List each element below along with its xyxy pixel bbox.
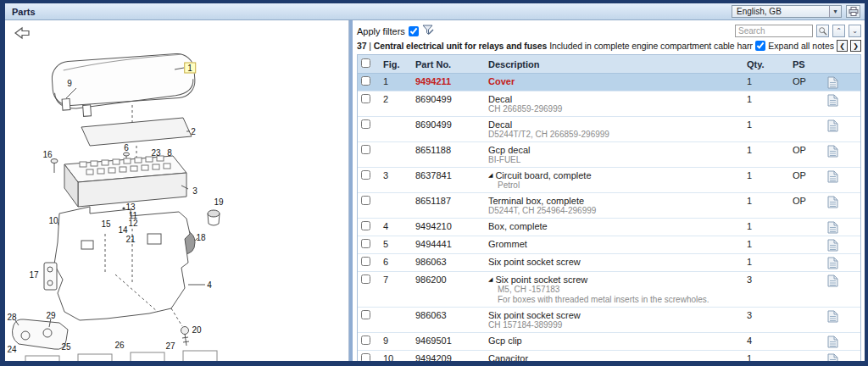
row-select-checkbox[interactable]	[361, 239, 370, 248]
table-row[interactable]: 8651188Gcp decalBI-FUEL1OP	[358, 142, 860, 168]
row-checkbox-cell[interactable]	[358, 333, 380, 351]
part-no-cell[interactable]: 986063	[412, 254, 485, 272]
search-next-button[interactable]: ⌄	[849, 25, 861, 37]
description-cell: Cover	[485, 74, 735, 92]
app-window: Parts English, GB ▾	[0, 0, 868, 366]
row-checkbox-cell[interactable]	[358, 254, 380, 272]
apply-filters-checkbox[interactable]	[409, 26, 419, 36]
part-no-cell[interactable]: 8690499	[412, 117, 485, 142]
row-select-checkbox[interactable]	[361, 353, 370, 361]
select-all-header[interactable]	[358, 55, 380, 74]
description-subtext: For boxes with threaded metal inserts in…	[488, 295, 732, 305]
part-no-cell[interactable]: 986200	[412, 272, 485, 308]
note-cell[interactable]	[821, 272, 860, 308]
row-select-checkbox[interactable]	[361, 119, 370, 129]
note-cell[interactable]	[821, 351, 860, 362]
prev-page-button[interactable]: ❮	[837, 40, 848, 52]
note-cell[interactable]	[821, 333, 860, 351]
qty-header: Qty.	[735, 55, 789, 74]
filter-icon[interactable]	[422, 25, 434, 37]
app-frame: Parts English, GB ▾	[5, 3, 865, 361]
row-checkbox-cell[interactable]	[358, 193, 380, 219]
note-cell[interactable]	[821, 168, 860, 193]
row-select-checkbox[interactable]	[361, 196, 370, 205]
note-cell[interactable]	[821, 219, 860, 236]
fig-cell: 10	[380, 351, 412, 362]
qty-cell: 1	[735, 168, 789, 193]
part-no-cell[interactable]: 986063	[412, 308, 485, 333]
search-input[interactable]	[735, 25, 813, 37]
row-select-checkbox[interactable]	[361, 257, 370, 266]
row-checkbox-cell[interactable]	[358, 92, 380, 117]
chevron-down-icon[interactable]: ▾	[829, 6, 841, 17]
fig-header: Fig.	[380, 55, 412, 74]
part-no-cell[interactable]: 8690499	[412, 92, 485, 117]
row-select-checkbox[interactable]	[361, 145, 370, 154]
note-icon	[827, 274, 838, 287]
qty-cell: 1	[735, 219, 789, 236]
note-icon	[827, 336, 838, 348]
content-area: 1921662383191311121514102118174282920242…	[5, 20, 865, 361]
part-no-cell[interactable]: 9494211	[412, 74, 485, 92]
table-row[interactable]: 8690499DecalD5244T/T2, CH 266859-2969991	[358, 117, 860, 142]
table-row[interactable]: 986063Six point socket screwCH 157184-38…	[358, 308, 860, 333]
row-select-checkbox[interactable]	[361, 76, 370, 86]
search-button[interactable]	[816, 25, 829, 37]
table-row[interactable]: 19494211Cover1OP	[358, 74, 860, 92]
note-cell[interactable]	[821, 308, 860, 333]
note-cell[interactable]	[821, 74, 860, 92]
row-checkbox-cell[interactable]	[358, 142, 380, 168]
table-row[interactable]: 99469501Gcp clip4	[358, 333, 860, 351]
expand-all-notes-checkbox[interactable]	[755, 41, 765, 51]
table-row[interactable]: 28690499DecalCH 266859-2969991	[358, 92, 860, 117]
language-select[interactable]: English, GB ▾	[732, 5, 842, 18]
part-no-cell[interactable]: 9469501	[412, 333, 485, 351]
table-row[interactable]: 49494210Box, complete1	[358, 219, 860, 236]
part-no-cell[interactable]: 9494441	[412, 236, 485, 254]
ps-cell: OP	[789, 168, 821, 193]
description-subtext: D5244T, CH 254964-296999	[488, 206, 732, 216]
row-checkbox-cell[interactable]	[358, 308, 380, 333]
note-icon	[827, 76, 838, 89]
note-icon	[827, 94, 838, 107]
table-row[interactable]: 7986200◢Six point socket screwM5, CH -15…	[358, 272, 860, 308]
table-row[interactable]: 59494441Grommet1	[358, 236, 860, 254]
row-checkbox-cell[interactable]	[358, 351, 380, 362]
select-all-checkbox[interactable]	[361, 58, 370, 68]
row-checkbox-cell[interactable]	[358, 236, 380, 254]
back-arrow-icon[interactable]	[14, 26, 31, 43]
part-no-cell[interactable]: 8637841	[412, 168, 485, 193]
part-no-header: Part No.	[412, 55, 485, 74]
row-checkbox-cell[interactable]	[358, 168, 380, 193]
note-cell[interactable]	[821, 254, 860, 272]
part-no-cell[interactable]: 9494209	[412, 351, 485, 362]
row-checkbox-cell[interactable]	[358, 219, 380, 236]
description-text: Decal	[488, 119, 732, 130]
note-cell[interactable]	[821, 142, 860, 168]
table-row[interactable]: 6986063Six point socket screw1	[358, 254, 860, 272]
note-cell[interactable]	[821, 193, 860, 219]
row-checkbox-cell[interactable]	[358, 74, 380, 92]
fig-cell: 4	[380, 219, 412, 236]
row-select-checkbox[interactable]	[361, 274, 370, 284]
row-select-checkbox[interactable]	[361, 94, 370, 103]
row-select-checkbox[interactable]	[361, 221, 370, 230]
note-cell[interactable]	[821, 236, 860, 254]
row-select-checkbox[interactable]	[361, 310, 370, 319]
row-checkbox-cell[interactable]	[358, 272, 380, 308]
table-row[interactable]: 109494209Capacitor1	[358, 351, 860, 362]
row-select-checkbox[interactable]	[361, 170, 370, 180]
next-page-button[interactable]: ❯	[850, 40, 861, 52]
note-cell[interactable]	[821, 117, 860, 142]
table-row[interactable]: 38637841◢Circuit board, completePetrol1O…	[358, 168, 860, 193]
ps-cell	[789, 117, 821, 142]
part-no-cell[interactable]: 8651188	[412, 142, 485, 168]
part-no-cell[interactable]: 9494210	[412, 219, 485, 236]
note-cell[interactable]	[821, 92, 860, 117]
row-checkbox-cell[interactable]	[358, 117, 380, 142]
row-select-checkbox[interactable]	[361, 336, 370, 345]
table-row[interactable]: 8651187Terminal box, completeD5244T, CH …	[358, 193, 860, 219]
print-button[interactable]	[846, 5, 860, 18]
part-no-cell[interactable]: 8651187	[412, 193, 485, 219]
search-prev-button[interactable]: ⌃	[832, 25, 845, 37]
